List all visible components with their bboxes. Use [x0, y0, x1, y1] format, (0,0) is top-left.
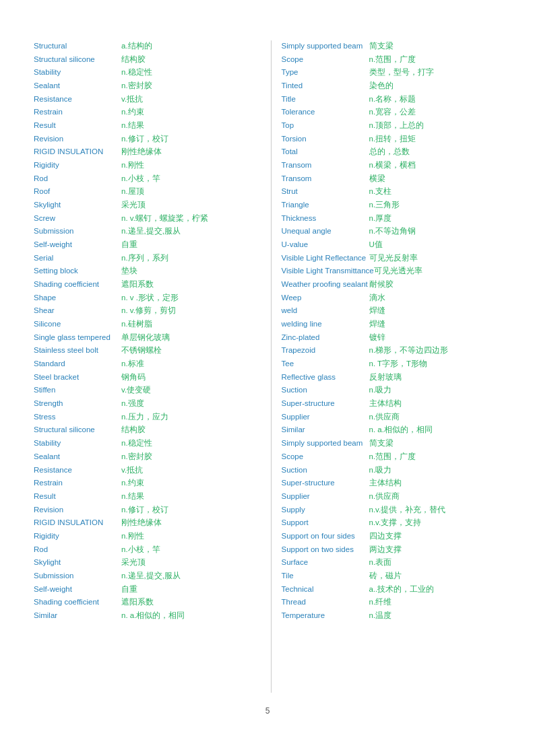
term: Trapezoid — [282, 345, 369, 356]
list-item: Stainless steel bolt不锈钢螺栓 — [34, 345, 254, 356]
list-item: Transomn.横梁，横档 — [282, 160, 502, 171]
list-item: Rodn.小枝，竿 — [34, 544, 254, 555]
list-item: Suctionn.吸力 — [282, 384, 502, 396]
list-item: Structural silicone结构胶 — [34, 424, 254, 436]
term: Tee — [282, 358, 369, 370]
column-divider — [271, 40, 272, 693]
list-item: Skylight采光顶 — [34, 199, 254, 211]
definition: 四边支撑 — [369, 530, 502, 542]
definition: n.约束 — [121, 477, 254, 489]
term: Structural silicone — [34, 424, 121, 436]
definition: n.稳定性 — [121, 438, 254, 449]
definition: 刚性绝缘体 — [121, 146, 254, 158]
definition: n.顶部，上总的 — [369, 120, 502, 131]
term: Revision — [34, 133, 121, 145]
definition: 滴水 — [369, 292, 502, 304]
page-number: 5 — [34, 706, 501, 716]
term: Stainless steel bolt — [34, 345, 121, 356]
definition: n.刚性 — [121, 530, 254, 542]
definition: n.温度 — [369, 610, 502, 621]
list-item: Unequal anglen.不等边角钢 — [282, 226, 502, 237]
list-item: Stabilityn.稳定性 — [34, 67, 254, 78]
definition: a.结构的 — [121, 40, 254, 52]
term: Unequal angle — [282, 226, 369, 237]
list-item: Tinted染色的 — [282, 80, 502, 92]
list-item: Screwn. v.螺钉，螺旋桨，柠紧 — [34, 213, 254, 224]
list-item: Supportn.v.支撑，支持 — [282, 517, 502, 528]
list-item: Weather proofing sealant耐候胶 — [282, 279, 502, 290]
list-item: Supplyn.v.提供，补充，替代 — [282, 504, 502, 516]
definition: n.厚度 — [369, 213, 502, 224]
list-item: Submissionn.递呈,提交,服从 — [34, 226, 254, 237]
list-item: Titlen.名称，标题 — [282, 94, 502, 105]
definition: v.抵抗 — [121, 94, 254, 105]
list-item: Similarn. a.相似的，相同 — [282, 424, 502, 436]
list-item: Trapezoidn.梯形，不等边四边形 — [282, 345, 502, 356]
columns-container: Structurala.结构的Structural silicone结构胶Sta… — [34, 40, 501, 693]
term: Skylight — [34, 199, 121, 211]
definition: 遮阳系数 — [121, 279, 254, 290]
definition: 总的，总数 — [369, 146, 502, 158]
definition: 不锈钢螺栓 — [121, 345, 254, 356]
definition: n.结果 — [121, 491, 254, 502]
term: Reflective glass — [282, 372, 369, 383]
term: Result — [34, 491, 121, 502]
list-item: Total总的，总数 — [282, 146, 502, 158]
term: Thickness — [282, 213, 369, 224]
list-item: Serialn.序列，系列 — [34, 252, 254, 264]
list-item: Super-structure主体结构 — [282, 398, 502, 409]
list-item: Suppliern.供应商 — [282, 491, 502, 502]
list-item: Scopen.范围，广度 — [282, 54, 502, 65]
term: Sealant — [34, 451, 121, 462]
definition: n.刚性 — [121, 160, 254, 171]
term: Support — [282, 517, 369, 528]
list-item: Trianglen.三角形 — [282, 199, 502, 211]
list-item: Simply supported beam简支梁 — [282, 438, 502, 449]
definition: n.标准 — [121, 358, 254, 370]
term: Suction — [282, 384, 369, 396]
list-item: Restrainn.约束 — [34, 106, 254, 118]
definition: 遮阳系数 — [121, 596, 254, 608]
definition: n.约束 — [121, 106, 254, 118]
list-item: Weep滴水 — [282, 292, 502, 304]
definition: n.序列，系列 — [121, 252, 254, 264]
definition: n.名称，标题 — [369, 94, 502, 105]
definition: 染色的 — [369, 80, 502, 92]
term: Super-structure — [282, 477, 369, 489]
definition: n.吸力 — [369, 465, 502, 476]
term: Restrain — [34, 106, 121, 118]
definition: n.v.支撑，支持 — [369, 517, 502, 528]
term: Simply supported beam — [282, 438, 369, 449]
term: Resistance — [34, 465, 121, 476]
term: Rod — [34, 544, 121, 555]
term: Serial — [34, 252, 121, 264]
term: RIGID INSULATION — [34, 146, 121, 158]
term: Self-weight — [34, 239, 121, 250]
definition: 自重 — [121, 584, 254, 595]
term: Rigidity — [34, 160, 121, 171]
term: Strength — [34, 398, 121, 409]
term: Type — [282, 67, 369, 78]
term: Visible Light Transmittance — [282, 265, 374, 277]
definition: n.三角形 — [369, 199, 502, 211]
term: Screw — [34, 213, 121, 224]
term: Tinted — [282, 80, 369, 92]
definition: 简支梁 — [369, 40, 502, 52]
definition: n. T字形，T形物 — [369, 358, 502, 370]
term: Shading coefficient — [34, 279, 121, 290]
term: RIGID INSULATION — [34, 517, 121, 528]
term: Similar — [282, 424, 369, 436]
term: Thread — [282, 596, 369, 608]
definition: n.v.提供，补充，替代 — [369, 504, 502, 516]
list-item: Sealantn.密封胶 — [34, 80, 254, 92]
term: Surface — [282, 557, 369, 568]
definition: n.屋顶 — [121, 186, 254, 197]
list-item: welding line焊缝 — [282, 318, 502, 330]
list-item: Resistancev.抵抗 — [34, 465, 254, 476]
list-item: Single glass tempered单层钢化玻璃 — [34, 332, 254, 343]
definition: n.表面 — [369, 557, 502, 568]
term: welding line — [282, 318, 369, 330]
list-item: Self-weight自重 — [34, 239, 254, 250]
list-item: Standardn.标准 — [34, 358, 254, 370]
list-item: Resultn.结果 — [34, 120, 254, 131]
